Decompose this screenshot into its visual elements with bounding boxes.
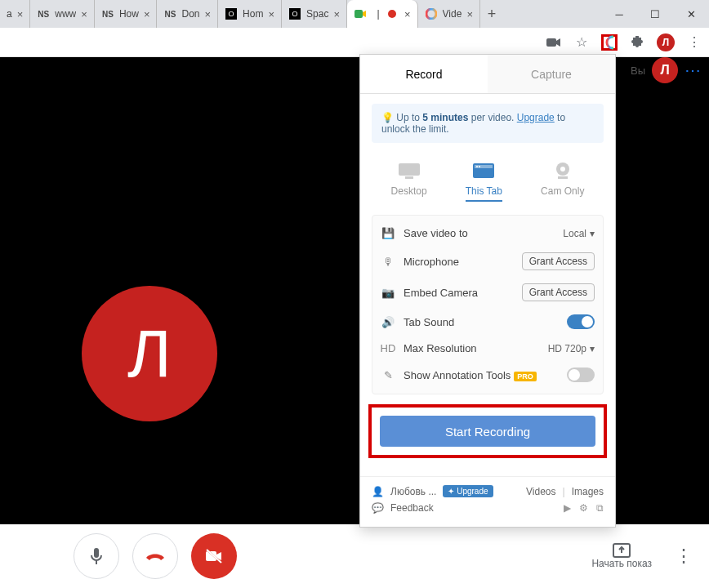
present-button[interactable]: Начать показ [591,543,652,569]
setting-tab-sound: 🔊 Tab Sound [381,308,595,336]
videos-link[interactable]: Videos [526,486,555,497]
setting-save-to[interactable]: 💾 Save video to Local ▾ [381,220,595,246]
close-icon[interactable]: × [404,8,411,20]
tab-window-icon [470,161,497,180]
favicon-icon: NS [163,7,176,20]
svg-point-17 [560,167,565,172]
save-icon: 💾 [381,227,395,239]
setting-microphone: 🎙 Microphone Grant Access [381,246,595,277]
mode-cam-only[interactable]: Cam Only [541,161,584,202]
browser-tab-active[interactable]: | × [347,0,418,28]
meet-favicon-icon [354,7,367,20]
favicon-icon: O [225,7,238,20]
browser-menu-icon[interactable]: ⋮ [686,34,702,51]
screen-recorder-extension-icon[interactable] [601,34,618,51]
user-avatar[interactable]: Л [652,57,678,83]
lightbulb-icon: 💡 [381,112,394,123]
feedback-icon: 💬 [372,502,384,514]
sound-icon: 🔊 [381,316,395,328]
microphone-icon: 🎙 [381,256,395,268]
svg-rect-10 [399,163,420,176]
svg-rect-4 [94,548,99,558]
svg-point-3 [607,37,613,48]
microphone-icon [88,546,105,566]
close-icon[interactable]: × [17,8,24,20]
start-recording-button[interactable]: Start Recording [380,416,595,447]
close-icon[interactable]: × [205,8,212,20]
camera-off-button[interactable] [191,533,237,579]
youtube-icon[interactable]: ▶ [564,502,571,514]
svg-rect-0 [354,10,363,18]
extensions-puzzle-icon[interactable] [629,34,645,51]
browser-tab-strip: a× NS www× NS How× NS Don× O Hom× O Spac… [0,0,709,28]
camera-off-icon [204,548,224,564]
favicon-icon [425,7,438,20]
microphone-button[interactable] [74,533,119,579]
more-options-icon[interactable]: ⋮ [675,546,693,567]
browser-tab[interactable]: a× [0,0,30,28]
meet-header: Вы Л ⋯ [631,57,702,83]
tab-record[interactable]: Record [360,55,488,93]
start-recording-highlight: Start Recording [368,404,607,458]
svg-rect-18 [558,176,568,179]
browser-tab[interactable]: NS How× [95,0,158,28]
close-icon[interactable]: × [466,8,473,20]
new-tab-button[interactable]: + [480,6,503,23]
svg-point-15 [479,166,480,167]
favicon-icon: NS [101,7,114,20]
camera-icon[interactable] [546,34,562,51]
window-close-button[interactable]: ✕ [673,0,709,28]
hd-icon: HD [381,342,395,354]
hangup-button[interactable] [132,533,178,579]
meet-controls: Начать показ ⋮ [0,524,709,588]
tab-sound-toggle[interactable] [567,314,595,329]
browser-tab[interactable]: Vide× [418,0,480,28]
mode-desktop[interactable]: Desktop [391,161,427,202]
svg-point-1 [426,9,436,19]
recording-dot-icon [388,10,396,18]
recorder-popup: Record Capture 💡 Up to 5 minutes per vid… [359,54,616,528]
mode-this-tab[interactable]: This Tab [466,161,502,202]
upgrade-banner: 💡 Up to 5 minutes per video. Upgrade to … [372,104,604,143]
user-icon: 👤 [372,486,384,497]
browser-tab[interactable]: NS www× [30,0,95,28]
browser-tab[interactable]: O Hom× [218,0,282,28]
browser-tab[interactable]: O Spac× [282,0,347,28]
favicon-icon: O [288,7,301,20]
bookmark-star-icon[interactable]: ☆ [573,34,590,51]
profile-avatar[interactable]: Л [657,33,675,51]
browser-tab[interactable]: NS Don× [157,0,218,28]
close-icon[interactable]: × [333,8,340,20]
grant-cam-button[interactable]: Grant Access [522,283,595,301]
upgrade-link[interactable]: Upgrade [517,112,555,123]
close-icon[interactable]: × [268,8,274,20]
username: Любовь ... [390,486,436,497]
browser-toolbar: ☆ Л ⋮ [0,28,709,57]
camera-icon: 📷 [381,287,395,299]
feedback-link[interactable]: Feedback [390,502,434,514]
webcam-icon [550,161,576,180]
images-link[interactable]: Images [572,486,604,497]
popout-icon[interactable]: ⧉ [596,502,604,514]
svg-rect-11 [405,176,413,179]
chevron-down-icon: ▾ [590,228,595,239]
close-icon[interactable]: × [81,8,87,20]
svg-rect-2 [546,38,556,47]
close-icon[interactable]: × [144,8,150,20]
svg-point-14 [476,166,478,167]
setting-max-resolution[interactable]: HD Max Resolution HD 720p ▾ [381,336,595,361]
chevron-down-icon: ▾ [590,343,595,354]
window-maximize-button[interactable]: ☐ [637,0,673,28]
meet-options-icon[interactable]: ⋯ [684,60,702,80]
upgrade-button[interactable]: ✦ Upgrade [443,485,493,497]
setting-annotation-tools: ✎ Show Annotation ToolsPRO [381,361,595,389]
you-label: Вы [631,65,645,77]
window-minimize-button[interactable]: ─ [601,0,637,28]
tab-capture[interactable]: Capture [488,55,615,93]
annotation-icon: ✎ [381,369,395,381]
setting-embed-camera: 📷 Embed Camera Grant Access [381,277,595,308]
grant-mic-button[interactable]: Grant Access [522,252,595,270]
settings-gear-icon[interactable]: ⚙ [579,502,588,514]
participant-avatar: Л [82,286,217,421]
annotation-toggle[interactable] [567,368,595,382]
